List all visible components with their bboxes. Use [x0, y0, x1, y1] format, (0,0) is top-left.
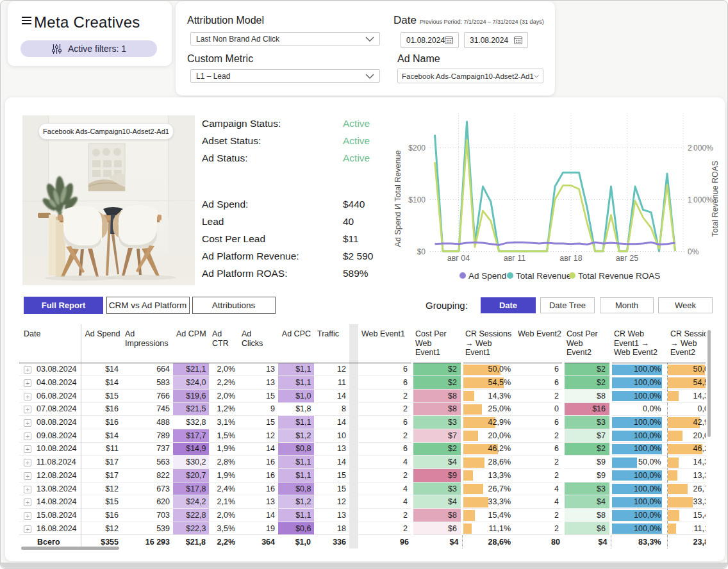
svg-text:$100: $100 [408, 195, 426, 204]
svg-text:0%: 0% [688, 247, 699, 256]
svg-text:авг 11: авг 11 [504, 254, 526, 263]
svg-text:Total Revenue: Total Revenue [516, 271, 571, 281]
svg-text:Total Revenue ROAS: Total Revenue ROAS [711, 161, 720, 237]
svg-text:$0: $0 [417, 247, 426, 256]
svg-text:$200: $200 [408, 144, 426, 153]
svg-text:Ad Spend И Total Revenue: Ad Spend И Total Revenue [393, 151, 402, 247]
svg-text:авг 25: авг 25 [616, 254, 639, 263]
svg-text:авг 04: авг 04 [447, 254, 470, 263]
svg-text:Total Revenue ROAS: Total Revenue ROAS [578, 271, 660, 281]
svg-text:1 000%: 1 000% [688, 195, 713, 204]
svg-text:2 000%: 2 000% [688, 144, 713, 153]
svg-text:Ad Spend: Ad Spend [468, 271, 506, 281]
svg-text:авг 18: авг 18 [559, 254, 583, 263]
